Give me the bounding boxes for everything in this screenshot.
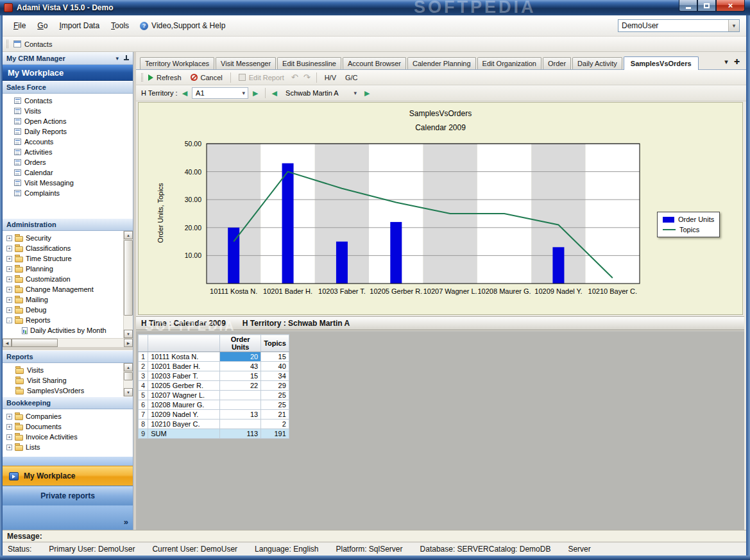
scroll-thumb[interactable] [12,339,58,347]
sidebar-item-contacts[interactable]: Contacts [3,96,133,106]
expand-icon[interactable]: + [6,445,12,450]
tab-territory-workplaces[interactable]: Territory Workplaces [140,57,214,69]
tab-edit-businessline[interactable]: Edit Businessline [277,57,341,69]
row-number-cell[interactable]: 4 [139,381,148,391]
sidebar-item-complaints[interactable]: Complaints [3,188,133,198]
section-header-reports[interactable]: Reports [3,350,133,363]
chevron-down-icon[interactable]: ▾ [115,55,119,62]
name-cell[interactable]: 10205 Gerber R. [148,381,220,391]
my-workplace-button[interactable]: My Workplace [3,466,133,486]
expand-icon[interactable]: - [6,318,12,323]
row-number-cell[interactable]: 9 [139,429,148,439]
tree-item-mailing[interactable]: +Mailing [3,294,133,305]
order-units-cell[interactable] [220,391,261,400]
sidebar-item-calendar[interactable]: Calendar [3,167,133,178]
refresh-button[interactable]: Refresh [144,72,185,83]
order-units-cell[interactable]: 20 [220,352,261,362]
vertical-scrollbar[interactable]: ▲ ▼ [123,231,133,338]
expand-icon[interactable]: + [6,276,12,282]
prev-rep-icon[interactable]: ◀ [272,89,277,98]
report-item-visits[interactable]: Visits [3,365,133,375]
chevron-down-icon[interactable]: ▾ [728,20,739,31]
bookkeeping-item-invoice-activities[interactable]: +Invoice Activities [3,432,133,442]
tree-item-planning[interactable]: +Planning [3,264,133,274]
expand-icon[interactable]: + [6,307,12,313]
menu-item-file[interactable]: File [8,19,31,33]
menu-item-help[interactable]: ? Video,Support & Help [135,19,230,33]
name-cell[interactable]: 10111 Kosta N. [148,352,220,362]
row-number-cell[interactable]: 3 [139,371,148,381]
tree-item-customization[interactable]: +Customization [3,274,133,284]
name-cell[interactable]: 10207 Wagner L. [148,391,220,400]
topics-cell[interactable]: 15 [261,352,289,362]
undo-icon[interactable]: ↶ [289,72,300,82]
scroll-thumb[interactable] [124,372,133,380]
topics-cell[interactable]: 21 [261,410,289,420]
menu-item-go[interactable]: Go [31,19,53,33]
row-number-cell[interactable]: 6 [139,400,148,410]
section-header-sales-force[interactable]: Sales Force [3,81,133,94]
time-dimension-label[interactable]: H Time : Calendar 2009 [141,319,226,328]
next-territory-icon[interactable]: ▶ [253,89,258,98]
order-units-cell[interactable] [220,400,261,410]
topics-cell[interactable]: 29 [261,381,289,391]
tab-edit-organization[interactable]: Edit Organization [477,57,541,69]
pin-icon[interactable] [124,55,129,61]
column-header-order-units[interactable]: Order Units [220,335,261,352]
order-units-cell[interactable]: 43 [220,362,261,371]
scroll-up-icon[interactable]: ▲ [124,231,133,239]
scroll-left-icon[interactable]: ◀ [3,339,12,347]
section-header-bookkeeping[interactable]: Bookkeeping [3,396,133,409]
name-cell[interactable]: 10203 Faber T. [148,371,220,381]
user-select[interactable]: DemoUser ▾ [618,19,740,32]
edit-report-button[interactable]: Edit Report [235,72,288,83]
tree-item-debug[interactable]: +Debug [3,305,133,315]
scroll-thumb[interactable] [124,240,133,316]
redo-icon[interactable]: ↷ [302,72,312,82]
chevron-down-icon[interactable]: ▾ [240,90,248,96]
name-cell[interactable]: 10210 Bayer C. [148,420,220,429]
column-header-topics[interactable]: Topics [261,335,289,352]
expand-icon[interactable]: + [6,246,12,251]
order-units-cell[interactable]: 113 [220,429,261,439]
vertical-scrollbar[interactable]: ▲ ▼ [123,363,133,396]
sidebar-item-daily-reports[interactable]: Daily Reports [3,126,133,137]
sidebar-item-visits[interactable]: Visits [3,106,133,116]
tree-item-classifications[interactable]: +Classifications [3,243,133,253]
expand-icon[interactable]: + [6,266,12,272]
row-number-cell[interactable]: 5 [139,391,148,400]
tree-item-security[interactable]: +Security [3,233,133,243]
tab-account-browser[interactable]: Account Browser [343,57,406,69]
sidebar-item-open-actions[interactable]: Open Actions [3,116,133,126]
tree-item-change-management[interactable]: +Change Management [3,284,133,294]
tree-item-daily-activities-by-month[interactable]: Daily Activities by Month [3,325,133,335]
gc-toggle-button[interactable]: G/C [341,72,362,83]
order-units-cell[interactable]: 15 [220,371,261,381]
sidebar-item-orders[interactable]: Orders [3,157,133,167]
tab-order[interactable]: Order [543,57,571,69]
bookkeeping-item-companies[interactable]: +Companies [3,411,133,421]
expand-icon[interactable]: + [6,235,12,241]
name-cell[interactable]: 10201 Bader H. [148,362,220,371]
territory-select[interactable]: A1 ▾ [192,87,248,99]
sidebar-item-accounts[interactable]: Accounts [3,137,133,147]
row-number-cell[interactable]: 7 [139,410,148,420]
private-reports-button[interactable]: Private reports [3,486,133,505]
tab-calender-planning[interactable]: Calender Planning [407,57,476,69]
horizontal-scrollbar[interactable]: ◀ ▶ [3,338,133,347]
tree-item-reports[interactable]: -Reports [3,315,133,325]
close-tab-icon[interactable]: ✚ [734,58,740,66]
more-buttons-icon[interactable]: » [124,517,128,527]
scroll-down-icon[interactable]: ▼ [124,330,133,338]
sidebar-item-activities[interactable]: Activities [3,147,133,157]
order-units-cell[interactable]: 13 [220,410,261,420]
scroll-right-icon[interactable]: ▶ [124,339,133,347]
tab-samplesvsorders[interactable]: SamplesVsOrders [624,56,699,70]
minimize-button[interactable] [679,0,697,12]
expand-icon[interactable]: + [6,297,12,303]
hv-toggle-button[interactable]: H/V [321,72,340,83]
cancel-button[interactable]: Cancel [187,72,226,83]
topics-cell[interactable]: 40 [261,362,289,371]
topics-cell[interactable]: 25 [261,391,289,400]
tab-visit-messenger[interactable]: Visit Messenger [216,57,276,69]
